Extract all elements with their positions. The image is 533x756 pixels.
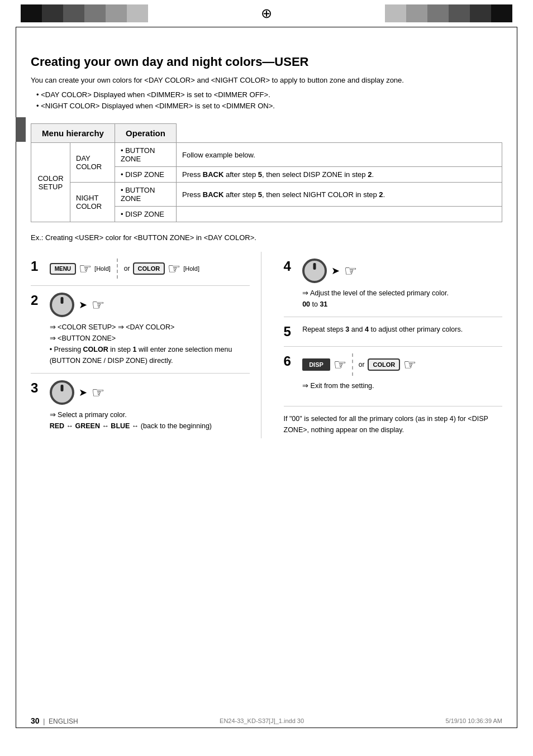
compass-icon: ⊕: [261, 6, 272, 21]
step-1-icons: MENU ☞ [Hold] or COLOR ☞ [Hold]: [50, 259, 250, 279]
step-3-number: 3: [31, 380, 43, 396]
color-block: [427, 4, 449, 22]
step-5-text: Repeat steps 3 and 4 to adjust other pri…: [302, 324, 502, 335]
step-6-finger-1-icon: ☞: [334, 356, 346, 374]
step-4-icons: ➤ ☞: [302, 259, 502, 283]
day-color-cell: DAYCOLOR: [70, 143, 115, 183]
disp-zone-1-cell: • DISP ZONE: [115, 167, 177, 183]
step-3-text: ⇒ Select a primary color. RED ↔ GREEN ↔ …: [50, 409, 250, 432]
color-block: [449, 4, 470, 22]
color-block: [491, 4, 512, 22]
step-1-number: 1: [31, 259, 43, 274]
step-4-block: 4 ➤ ☞ ⇒ Adjust the level of the selected…: [284, 252, 503, 317]
step-4-content: ➤ ☞ ⇒ Adjust the level of the selected p…: [302, 259, 502, 310]
color-block: [385, 4, 406, 22]
op-2-cell: Press BACK after step 5, then select DIS…: [177, 167, 502, 183]
bullet-night: • <NIGHT COLOR> Displayed when <DIMMER> …: [36, 101, 502, 112]
step-1-finger-2-icon: ☞: [168, 260, 180, 277]
button-zone-2-cell: • BUTTONZONE: [115, 183, 177, 207]
step-2-knob-icon: [50, 293, 74, 317]
op-4-cell: [177, 207, 502, 222]
step-1-hold-2-label: [Hold]: [183, 265, 199, 272]
step-6-or-text: or: [359, 361, 365, 369]
step-6-finger-2-icon: ☞: [403, 356, 416, 374]
page-number: 30: [31, 716, 40, 725]
step-2-finger-icon: ☞: [92, 296, 104, 314]
page-title: Creating your own day and night colors—U…: [31, 55, 502, 69]
step-6-content: DISP ☞ or COLOR ☞ ⇒ Exit from the settin…: [302, 353, 502, 391]
page-content: Creating your own day and night colors—U…: [0, 27, 533, 461]
footer: 30 | ENGLISH EN24-33_KD-S37[J]_1.indd 30…: [31, 716, 502, 725]
page: ⊕ Creating your own day and night colors…: [0, 0, 533, 756]
section-marker: [16, 117, 26, 142]
color-button-1-icon: COLOR: [133, 262, 165, 275]
menu-table: Menu hierarchy Operation COLORSETUP DAYC…: [31, 123, 502, 222]
step-3-block: 3 ➤ ☞ ⇒ Select a primary color. RED ↔ GR…: [31, 373, 250, 438]
step-5-content: Repeat steps 3 and 4 to adjust other pri…: [302, 324, 502, 335]
step-4-arrow-icon: ➤: [331, 265, 340, 277]
note-text: If "00" is selected for all the primary …: [284, 413, 503, 436]
step-3-arrow-icon: ➤: [79, 386, 87, 399]
intro-para: You can create your own colors for <DAY …: [31, 75, 502, 86]
color-block: [42, 4, 63, 22]
note-block: If "00" is selected for all the primary …: [284, 406, 503, 436]
color-button-2-icon: COLOR: [368, 358, 400, 371]
table-row: NIGHTCOLOR • BUTTONZONE Press BACK after…: [31, 183, 502, 207]
step-4-number: 4: [284, 259, 296, 274]
footer-page-number: 30 | ENGLISH: [31, 716, 78, 725]
border-top: [16, 27, 517, 27]
table-row: COLORSETUP DAYCOLOR • BUTTONZONE Follow …: [31, 143, 502, 167]
color-block: [127, 4, 148, 22]
step-6-icons: DISP ☞ or COLOR ☞: [302, 353, 502, 376]
color-block: [406, 4, 427, 22]
step-2-text: ⇒ <COLOR SETUP> ⇒ <DAY COLOR> ⇒ <BUTTON …: [50, 322, 250, 366]
steps-left: 1 MENU ☞ [Hold] or COLOR ☞ [Hold]: [31, 252, 261, 438]
steps-right: 4 ➤ ☞ ⇒ Adjust the level of the selected…: [278, 252, 503, 438]
menu-button-icon: MENU: [50, 263, 76, 275]
disp-button-icon: DISP: [302, 358, 330, 371]
step-3-icons: ➤ ☞: [50, 380, 250, 405]
step-1-hold-1-label: [Hold]: [94, 265, 111, 272]
footer-lang: ENGLISH: [49, 717, 78, 725]
step-2-content: ➤ ☞ ⇒ <COLOR SETUP> ⇒ <DAY COLOR> ⇒ <BUT…: [50, 293, 250, 366]
footer-filename: EN24-33_KD-S37[J]_1.indd 30: [220, 717, 304, 724]
op-1-cell: Follow example below.: [177, 143, 502, 167]
step-1-content: MENU ☞ [Hold] or COLOR ☞ [Hold]: [50, 259, 250, 279]
color-setup-cell: COLORSETUP: [31, 143, 70, 222]
color-block: [84, 4, 106, 22]
step-6-number: 6: [284, 353, 296, 369]
color-block: [106, 4, 127, 22]
op-3-cell: Press BACK after step 5, then select NIG…: [177, 183, 502, 207]
step-4-knob-icon: [302, 259, 327, 283]
step-5-block: 5 Repeat steps 3 and 4 to adjust other p…: [284, 317, 503, 346]
border-bottom: [16, 728, 517, 728]
step-6-dashed-icon: [352, 353, 353, 376]
night-color-cell: NIGHTCOLOR: [70, 183, 115, 222]
button-zone-1-cell: • BUTTONZONE: [115, 143, 177, 167]
top-bar: ⊕: [0, 0, 533, 27]
step-2-number: 2: [31, 293, 43, 308]
border-right: [517, 27, 517, 728]
disp-zone-2-cell: • DISP ZONE: [115, 207, 177, 222]
table-header-menu: Menu hierarchy: [31, 124, 115, 143]
step-4-text: ⇒ Adjust the level of the selected prima…: [302, 288, 502, 310]
color-block: [63, 4, 84, 22]
step-1-finger-1-icon: ☞: [79, 260, 92, 277]
step-1-or-text: or: [124, 265, 130, 272]
step-1-block: 1 MENU ☞ [Hold] or COLOR ☞ [Hold]: [31, 252, 250, 285]
step-2-arrow-icon: ➤: [79, 299, 87, 311]
table-header-op: Operation: [115, 124, 177, 143]
bullet-day: • <DAY COLOR> Displayed when <DIMMER> is…: [36, 89, 502, 101]
color-bar: ⊕: [21, 4, 512, 22]
dashed-divider-icon: [117, 259, 118, 279]
step-2-block: 2 ➤ ☞ ⇒ <COLOR SETUP> ⇒ <DAY COLOR> ⇒ <B…: [31, 285, 250, 373]
color-block: [470, 4, 491, 22]
color-block: [21, 4, 42, 22]
step-6-block: 6 DISP ☞ or COLOR ☞ ⇒ Exit from the sett…: [284, 346, 503, 398]
example-line: Ex.: Creating <USER> color for <BUTTON Z…: [31, 233, 502, 242]
step-2-icons: ➤ ☞: [50, 293, 250, 317]
step-3-finger-icon: ☞: [92, 384, 104, 401]
step-3-content: ➤ ☞ ⇒ Select a primary color. RED ↔ GREE…: [50, 380, 250, 432]
footer-date: 5/19/10 10:36:39 AM: [445, 717, 502, 724]
steps-wrapper: 1 MENU ☞ [Hold] or COLOR ☞ [Hold]: [31, 252, 502, 438]
